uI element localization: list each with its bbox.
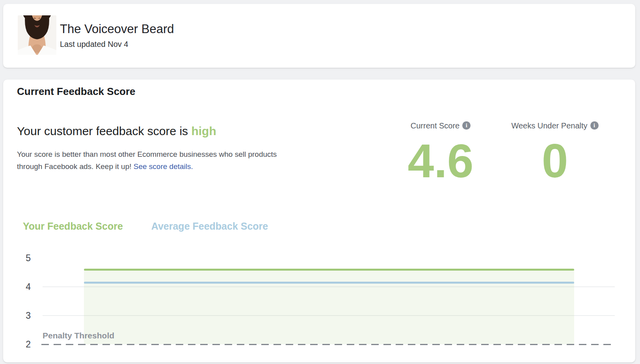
- y-axis-tick-5: 5: [10, 252, 31, 264]
- feedback-score-card: Current Feedback Score Your customer fee…: [3, 80, 635, 362]
- penalty-threshold-label: Penalty Threshold: [43, 330, 114, 341]
- series-line-average-score: [84, 282, 574, 284]
- penalty-threshold-line: [41, 344, 615, 345]
- your-score-area-fill: [84, 269, 574, 344]
- profile-card: The Voiceover Beard Last updated Nov 4: [3, 4, 635, 68]
- y-axis-tick-3: 3: [10, 310, 31, 321]
- series-line-your-score: [84, 269, 574, 271]
- y-axis-tick-2: 2: [10, 338, 31, 350]
- y-axis-tick-4: 4: [10, 281, 31, 293]
- chart-layer: 5432Penalty Threshold: [3, 80, 635, 362]
- avatar: [18, 15, 56, 55]
- last-updated-text: Last updated Nov 4: [60, 39, 128, 50]
- bearded-man-photo-illustration: [18, 15, 56, 55]
- page-title: The Voiceover Beard: [60, 21, 174, 37]
